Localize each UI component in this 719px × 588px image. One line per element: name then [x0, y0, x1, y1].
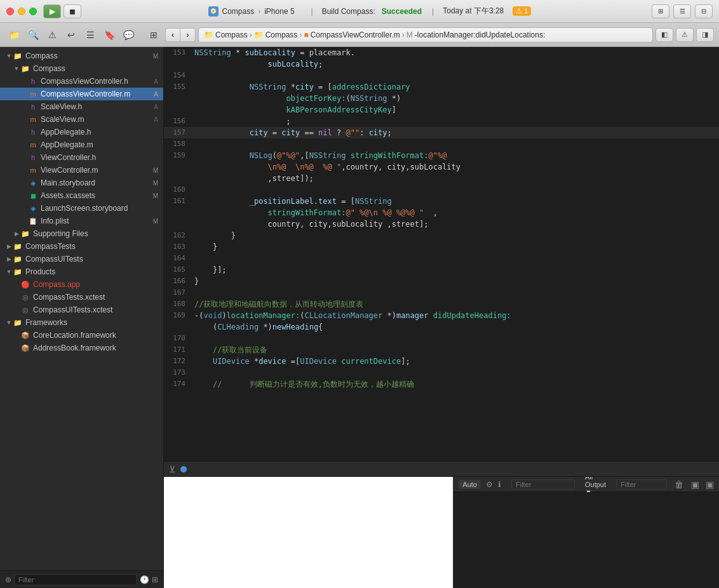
sidebar-item-corelocation[interactable]: 📦 CoreLocation.framework [0, 329, 163, 342]
maximize-button[interactable] [29, 8, 37, 15]
layout-icon[interactable]: ⊞ [145, 27, 163, 43]
line-content-158[interactable] [192, 138, 719, 150]
minimize-button[interactable] [18, 8, 25, 15]
breadcrumb-label3[interactable]: CompassViewController.m [311, 30, 400, 39]
line-content-153[interactable]: NSString * subLocality = placemark. [192, 47, 719, 58]
line-content-160[interactable] [192, 184, 719, 196]
line-content-173[interactable] [192, 367, 719, 378]
line-content-155b[interactable]: objectForKey:(NSString *) [192, 93, 719, 104]
bookmark-icon[interactable]: 🔖 [100, 27, 118, 43]
line-content-155c[interactable]: kABPersonAddressCityKey] [192, 104, 719, 116]
expand-icon[interactable]: ⊻ [169, 464, 175, 474]
console-view-icon2[interactable]: ▣ [706, 479, 714, 490]
close-button[interactable] [6, 8, 14, 15]
line-content-163[interactable]: } [192, 241, 719, 253]
run-button[interactable]: ▶ [43, 4, 61, 18]
line-content-157[interactable]: city = city == nil ? @"": city; [192, 127, 719, 138]
sidebar-item-viewcontroller-m[interactable]: m ViewController.m M [0, 164, 163, 177]
sidebar-clock-icon[interactable]: 🕐 [140, 575, 149, 584]
sidebar-item-appdelegate-h[interactable]: h AppDelegate.h [0, 126, 163, 138]
line-content-161c[interactable]: country, city,subLocality ,street]; [192, 218, 719, 230]
line-content-170[interactable] [192, 333, 719, 344]
breadcrumb-label4[interactable]: -locationManager:didUpdateLocations: [415, 30, 545, 39]
sidebar-item-scaleview-m[interactable]: m ScaleView.m A [0, 113, 163, 126]
console-view-icon1[interactable]: ▣ [691, 479, 699, 490]
sidebar-item-infoplist[interactable]: 📋 Info.plist M [0, 215, 163, 227]
line-content-172[interactable]: UIDevice *device =[UIDevice currentDevic… [192, 356, 719, 367]
comment-icon[interactable]: 💬 [119, 27, 137, 43]
sidebar-item-compassuitests[interactable]: 📁 CompassUITests [0, 253, 163, 265]
sidebar-item-frameworks[interactable]: 📁 Frameworks [0, 316, 163, 329]
console-info-icon[interactable]: ℹ [498, 480, 501, 489]
sidebar-item-compassvc-h[interactable]: h CompassViewController.h A [0, 75, 163, 88]
console-filter-input2[interactable] [616, 479, 667, 490]
issue-icon[interactable]: ⚠ [43, 27, 61, 43]
sidebar-add-icon[interactable]: ⊕ [5, 575, 11, 584]
console-trash-icon[interactable]: 🗑 [675, 479, 683, 490]
sidebar-item-addressbook[interactable]: 📦 AddressBook.framework [0, 342, 163, 354]
breadcrumb-compass1[interactable]: 📁 [204, 30, 213, 39]
folder-icon[interactable]: 📁 [5, 27, 23, 43]
breadcrumb-label1[interactable]: Compass [215, 30, 248, 39]
stop-button[interactable]: ◼ [64, 4, 81, 18]
disclosure-supporting[interactable] [13, 230, 20, 237]
disclosure-products[interactable] [5, 268, 13, 276]
sidebar-item-compassuitests-xctest[interactable]: ◎ CompassUITests.xctest [0, 304, 163, 316]
line-content-167[interactable] [192, 287, 719, 298]
disclosure-compass-root[interactable] [5, 52, 13, 60]
line-content-159[interactable]: NSLog(@"%@",[NSString stringWithFormat:@… [192, 150, 719, 161]
undo-icon[interactable]: ↩ [62, 27, 80, 43]
console-settings-icon[interactable]: ⚙ [486, 480, 493, 489]
disclosure-compasstests[interactable] [5, 243, 13, 250]
auto-label[interactable]: Auto [459, 480, 481, 489]
line-content-165[interactable]: }]; [192, 264, 719, 276]
sidebar-item-compass-group[interactable]: 📁 Compass [0, 62, 163, 75]
line-content-156[interactable]: ; [192, 116, 719, 127]
search-icon[interactable]: 🔍 [24, 27, 42, 43]
debug-toggle[interactable]: ☰ [673, 4, 691, 18]
line-content-161b[interactable]: stringWithFormat:@" %@\n %@ %@%@ " , [192, 207, 719, 218]
sidebar-item-compasstests[interactable]: 📁 CompassTests [0, 240, 163, 253]
line-content-174[interactable]: // 判断磁力计是否有效,负数时为无效，越小越精确 [192, 378, 719, 390]
sidebar-filter-input[interactable] [14, 574, 137, 585]
sidebar-item-launchscreen[interactable]: ◈ LaunchScreen.storyboard [0, 202, 163, 215]
sidebar-item-compassvc-m[interactable]: m CompassViewController.m A [0, 88, 163, 100]
editor-content[interactable]: 153 NSString * subLocality = placemark. … [164, 47, 719, 461]
sidebar-grid-icon[interactable]: ⊞ [152, 575, 158, 584]
disclosure-frameworks[interactable] [5, 319, 13, 326]
sidebar-item-assets[interactable]: ◼ Assets.xcassets M [0, 189, 163, 202]
line-content-166[interactable]: } [192, 276, 719, 287]
breadcrumb-label2[interactable]: Compass [265, 30, 298, 39]
line-content-159c[interactable]: ,street]); [192, 173, 719, 184]
line-content-153b[interactable]: subLocality; [192, 58, 719, 70]
line-content-161[interactable]: _positionLabel.text = [NSString [192, 196, 719, 207]
list-icon[interactable]: ☰ [81, 27, 99, 43]
disclosure-compassuitests[interactable] [5, 255, 13, 263]
line-content-164[interactable] [192, 253, 719, 264]
line-content-169b[interactable]: (CLHeading *)newHeading{ [192, 321, 719, 333]
sidebar-item-supporting-files[interactable]: 📁 Supporting Files [0, 227, 163, 240]
console-filter-input[interactable] [511, 479, 575, 490]
line-content-168[interactable]: //获取地理和地磁航向数据，从而转动地理刻度表 [192, 298, 719, 310]
warning-badge[interactable]: ⚠ 1 [513, 6, 531, 16]
inspector-view-btn[interactable]: ◨ [696, 28, 714, 42]
sidebar-item-appdelegate-m[interactable]: m AppDelegate.m [0, 138, 163, 151]
back-button[interactable]: ‹ [165, 28, 180, 42]
inspector-toggle[interactable]: ⊟ [695, 4, 713, 18]
sidebar-item-scaleview-h[interactable]: h ScaleView.h A [0, 100, 163, 113]
line-content-171[interactable]: //获取当前设备 [192, 344, 719, 356]
navigator-toggle[interactable]: ⊞ [652, 4, 669, 18]
forward-button[interactable]: › [180, 28, 196, 42]
line-content-155[interactable]: NSString *city = [addressDictionary [192, 81, 719, 93]
debug-view-btn[interactable]: ⚠ [676, 28, 694, 42]
sidebar-item-viewcontroller-h[interactable]: h ViewController.h [0, 151, 163, 164]
sidebar-item-compass-app[interactable]: 🔴 Compass.app [0, 278, 163, 291]
line-content-162[interactable]: } [192, 230, 719, 241]
line-content-169[interactable]: -(void)locationManager:(CLLocationManage… [192, 310, 719, 321]
disclosure-compass-group[interactable] [13, 65, 20, 72]
navigator-view-btn[interactable]: ◧ [655, 28, 673, 42]
sidebar-item-main-storyboard[interactable]: ◈ Main.storyboard M [0, 177, 163, 189]
line-content-154[interactable] [192, 70, 719, 81]
sidebar-item-products[interactable]: 📁 Products [0, 265, 163, 278]
line-content-159b[interactable]: \n%@ \n%@ %@ ",country, city,subLocality [192, 161, 719, 173]
